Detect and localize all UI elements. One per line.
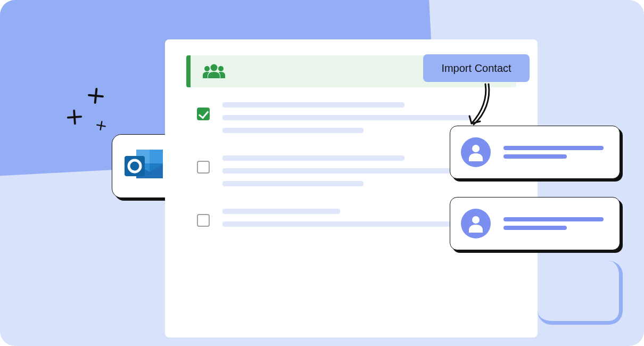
- svg-point-8: [211, 64, 218, 71]
- svg-point-10: [218, 66, 224, 71]
- avatar-icon: [461, 209, 491, 238]
- svg-point-9: [204, 66, 210, 71]
- import-contact-button[interactable]: Import Contact: [423, 54, 530, 82]
- import-contact-label: Import Contact: [441, 62, 511, 75]
- contact-card: [450, 197, 620, 250]
- people-icon: [202, 63, 226, 79]
- sparkle-icon: [67, 88, 120, 141]
- row-checkbox[interactable]: [197, 161, 210, 174]
- placeholder-lines: [503, 213, 609, 234]
- contact-card: [450, 126, 620, 179]
- arrow-icon: [464, 82, 496, 130]
- background-shape-corner: [538, 261, 623, 325]
- illustration-canvas: Import Contact: [0, 0, 644, 346]
- row-checkbox[interactable]: [197, 108, 210, 120]
- svg-point-11: [472, 145, 480, 152]
- outlook-icon: [122, 146, 165, 186]
- svg-point-12: [472, 216, 480, 224]
- avatar-icon: [461, 137, 491, 167]
- placeholder-lines: [503, 142, 609, 163]
- row-checkbox[interactable]: [197, 214, 210, 227]
